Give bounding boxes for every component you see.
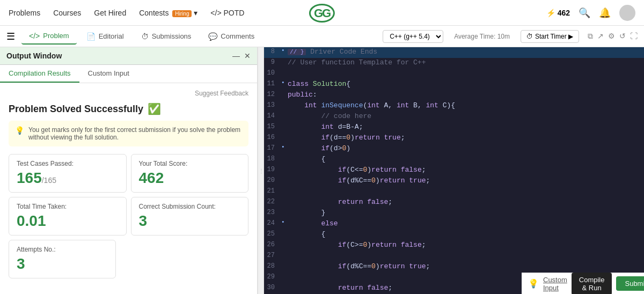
correct-submissions-label: Correct Submission Count: [139, 203, 241, 210]
notification-icon[interactable]: 🔔 [599, 7, 611, 19]
nav-contests[interactable]: Contests Hiring ▾ [139, 9, 197, 17]
submit-button[interactable]: Submit [616, 276, 644, 291]
resizer-handle: ⋮ [259, 168, 263, 174]
submissions-icon: ⏱ [141, 32, 149, 41]
code-line-18: 18 { [264, 155, 644, 165]
code-line-20: 20 if(d%C==0)return true; [264, 176, 644, 187]
copy-icon[interactable]: ⧉ [588, 32, 593, 41]
code-editor-panel[interactable]: 8 • // } Driver Code Ends 9 // User func… [264, 47, 644, 294]
nav-problems[interactable]: Problems [9, 9, 40, 17]
output-tabs: Compilation Results Custom Input [0, 65, 257, 83]
refresh-icon[interactable]: ↺ [619, 32, 626, 41]
code-line-15: 15 int d=B-A; [264, 122, 644, 133]
start-timer-button[interactable]: ⏱ Start Timer ▶ [521, 30, 579, 43]
nav-right: ⚡ 462 🔍 🔔 [546, 5, 635, 21]
code-line-10: 10 [264, 69, 644, 79]
correct-submissions-value: 3 [139, 212, 241, 230]
output-controls: — ✕ [232, 52, 251, 60]
tab-submissions[interactable]: ⏱ Submissions [134, 29, 199, 44]
code-line-22: 22 return false; [264, 197, 644, 208]
nav-courses[interactable]: Courses [53, 9, 81, 17]
score-label: Your Total Score: [139, 160, 241, 167]
editor-toolbar: C++ (g++ 5.4) Average Time: 10m ⏱ Start … [383, 30, 638, 43]
bulb-icon[interactable]: 💡 [528, 278, 539, 289]
code-icon: </> [29, 32, 40, 40]
code-line-16: 16 if(d==0)return true; [264, 133, 644, 144]
stats-grid: Test Cases Passed: 165/165 Your Total Sc… [9, 154, 248, 236]
attempts-card: Attempts No.: 3 [9, 240, 116, 278]
bulb-info-icon: 💡 [15, 126, 24, 141]
code-line-23: 23 } [264, 208, 644, 219]
compile-run-button[interactable]: Compile & Run [572, 273, 612, 295]
search-icon[interactable]: 🔍 [579, 7, 590, 19]
success-title: Problem Solved Successfully ✅ [9, 102, 248, 115]
attempts-value: 3 [17, 255, 108, 273]
editorial-icon: 📄 [86, 32, 96, 41]
code-line-12: 12 public: [264, 90, 644, 101]
code-line-9: 9 // User function Template for C++ [264, 58, 644, 69]
code-line-17: 17 • if(d>0) [264, 144, 644, 155]
tab-compilation-results[interactable]: Compilation Results [0, 65, 79, 83]
test-cases-value: 165/165 [17, 170, 119, 187]
bottom-bar: 💡 Custom Input Compile & Run Submit [522, 273, 644, 294]
timer-icon: ⏱ [526, 33, 533, 40]
code-editor[interactable]: 8 • // } Driver Code Ends 9 // User func… [264, 47, 644, 294]
expand-icon[interactable]: ↗ [597, 32, 604, 41]
code-line-26: 26 if(C>=0)return false; [264, 240, 644, 251]
time-label: Total Time Taken: [17, 203, 119, 210]
tab-problem[interactable]: </> Problem [21, 28, 77, 45]
code-line-14: 14 // code here [264, 112, 644, 122]
main-layout: Output Window — ✕ Compilation Results Cu… [0, 47, 644, 294]
avatar-icon[interactable] [619, 5, 635, 21]
tab-comments[interactable]: 💬 Comments [201, 29, 262, 44]
code-line-21: 21 [264, 187, 644, 197]
stat-score: Your Total Score: 462 [131, 154, 249, 193]
info-box: 💡 You get marks only for the first corre… [9, 121, 248, 146]
code-line-28: 28 if(d%C==0)return true; [264, 262, 644, 273]
time-value: 0.01 [17, 212, 119, 230]
code-line-25: 25 { [264, 230, 644, 240]
code-line-27: 27 [264, 251, 644, 262]
output-header: Output Window — ✕ [0, 47, 257, 65]
stat-test-cases: Test Cases Passed: 165/165 [9, 154, 127, 193]
minimize-button[interactable]: — [232, 52, 240, 60]
gfg-logo: GG [309, 4, 335, 21]
lightning-icon: ⚡ [546, 9, 555, 17]
hamburger-icon[interactable]: ☰ [6, 31, 15, 42]
check-circle-icon: ✅ [148, 102, 161, 115]
test-cases-label: Test Cases Passed: [17, 160, 119, 167]
settings-icon[interactable]: ⚙ [608, 32, 615, 41]
tab-custom-input[interactable]: Custom Input [79, 65, 138, 83]
code-line-11: 11 • class Solution{ [264, 79, 644, 90]
stat-time: Total Time Taken: 0.01 [9, 197, 127, 236]
nav-score: ⚡ 462 [546, 9, 570, 17]
code-line-19: 19 if(C<=0)return false; [264, 165, 644, 176]
panel-resizer[interactable]: ⋮ [258, 47, 264, 294]
nav-items: Problems Courses Get Hired Contests Hiri… [9, 9, 244, 17]
output-window-title: Output Window [6, 52, 62, 60]
close-button[interactable]: ✕ [244, 52, 251, 60]
top-nav: Problems Courses Get Hired Contests Hiri… [0, 0, 644, 26]
second-bar: ☰ </> Problem 📄 Editorial ⏱ Submissions … [0, 26, 644, 47]
suggest-feedback-link[interactable]: Suggest Feedback [9, 90, 248, 97]
comments-icon: 💬 [208, 32, 217, 41]
stat-correct-submissions: Correct Submission Count: 3 [131, 197, 249, 236]
editor-icons: ⧉ ↗ ⚙ ↺ ⛶ [588, 32, 638, 41]
tab-editorial[interactable]: 📄 Editorial [79, 29, 131, 44]
code-line-8: 8 • // } Driver Code Ends [264, 47, 644, 58]
avg-time-label: Average Time: 10m [454, 33, 510, 40]
custom-input-link[interactable]: Custom Input [543, 276, 567, 292]
fullscreen-icon[interactable]: ⛶ [630, 32, 638, 41]
output-content: Suggest Feedback Problem Solved Successf… [0, 83, 257, 294]
code-line-13: 13 int inSequence(int A, int B, int C){ [264, 101, 644, 112]
hiring-badge: Hiring [172, 10, 192, 17]
left-panel: Output Window — ✕ Compilation Results Cu… [0, 47, 258, 294]
code-line-24: 24 • else [264, 219, 644, 230]
nav-potd[interactable]: </> POTD [210, 9, 244, 17]
nav-get-hired[interactable]: Get Hired [94, 9, 126, 17]
score-value: 462 [139, 170, 241, 187]
language-select[interactable]: C++ (g++ 5.4) [383, 30, 443, 43]
attempts-label: Attempts No.: [17, 246, 108, 253]
score-value: 462 [558, 9, 570, 17]
